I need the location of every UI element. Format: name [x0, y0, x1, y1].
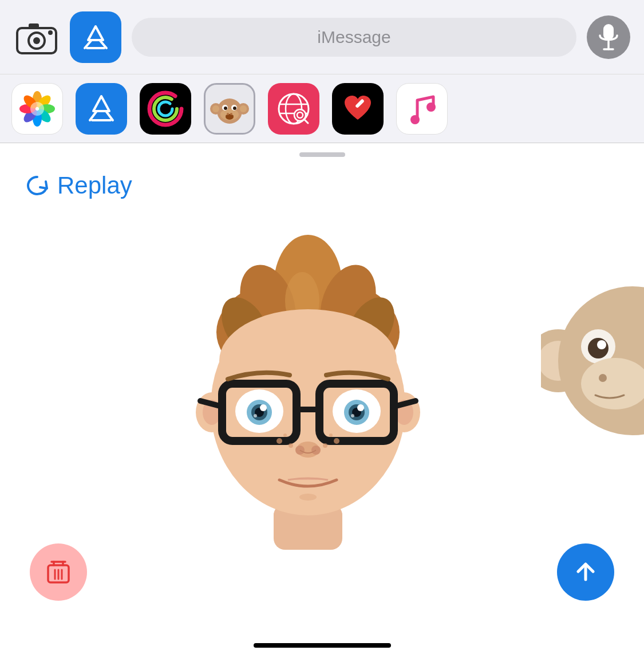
svg-line-6: [100, 40, 106, 48]
music-app-icon[interactable]: [396, 83, 448, 135]
svg-line-21: [90, 111, 97, 120]
monkey-peek: [541, 258, 644, 487]
home-indicator[interactable]: [254, 643, 391, 648]
svg-point-91: [299, 494, 317, 501]
svg-point-85: [276, 438, 282, 444]
svg-point-99: [599, 374, 607, 382]
svg-point-38: [227, 113, 229, 115]
svg-point-96: [588, 338, 609, 358]
svg-point-74: [260, 404, 267, 411]
svg-point-49: [426, 103, 436, 112]
mic-button[interactable]: [587, 15, 630, 59]
svg-point-75: [254, 414, 257, 417]
svg-point-48: [410, 115, 420, 124]
svg-point-81: [351, 414, 354, 417]
svg-point-88: [323, 443, 327, 448]
svg-line-22: [106, 111, 113, 120]
heartchat-app-icon[interactable]: [332, 83, 384, 135]
svg-point-97: [597, 340, 606, 349]
svg-point-39: [230, 113, 232, 115]
svg-point-31: [240, 105, 247, 112]
photos-app-icon[interactable]: [11, 83, 63, 135]
svg-rect-8: [603, 24, 614, 40]
activity-app-icon[interactable]: [140, 83, 191, 135]
memoji-app-icon[interactable]: [204, 83, 255, 135]
svg-line-5: [85, 40, 92, 48]
send-button[interactable]: [557, 543, 614, 601]
svg-point-26: [159, 102, 172, 116]
appstore-app-icon[interactable]: [76, 83, 127, 135]
svg-point-4: [48, 30, 53, 35]
memoji-character: [165, 212, 451, 567]
svg-point-80: [357, 404, 364, 411]
appstore-top-button[interactable]: [70, 11, 121, 63]
svg-point-29: [212, 105, 219, 112]
app-row: [0, 74, 644, 143]
main-content: Replay: [0, 143, 644, 658]
replay-label: Replay: [57, 172, 132, 199]
camera-button[interactable]: [14, 14, 60, 60]
svg-line-46: [304, 119, 308, 123]
svg-rect-3: [29, 23, 39, 29]
replay-button[interactable]: Replay: [24, 172, 132, 199]
svg-point-37: [226, 114, 234, 120]
delete-button[interactable]: [30, 543, 87, 601]
svg-point-20: [30, 102, 44, 116]
svg-point-36: [233, 107, 236, 110]
svg-point-2: [33, 37, 40, 44]
drag-handle[interactable]: [299, 152, 345, 157]
svg-point-87: [334, 438, 339, 444]
top-toolbar: iMessage: [0, 0, 644, 74]
svg-point-35: [224, 107, 227, 110]
svg-point-90: [329, 434, 333, 437]
imessage-placeholder: iMessage: [147, 27, 562, 47]
search-app-icon[interactable]: [268, 83, 319, 135]
svg-point-89: [283, 434, 287, 437]
imessage-input[interactable]: iMessage: [132, 18, 576, 57]
svg-point-86: [289, 443, 293, 448]
